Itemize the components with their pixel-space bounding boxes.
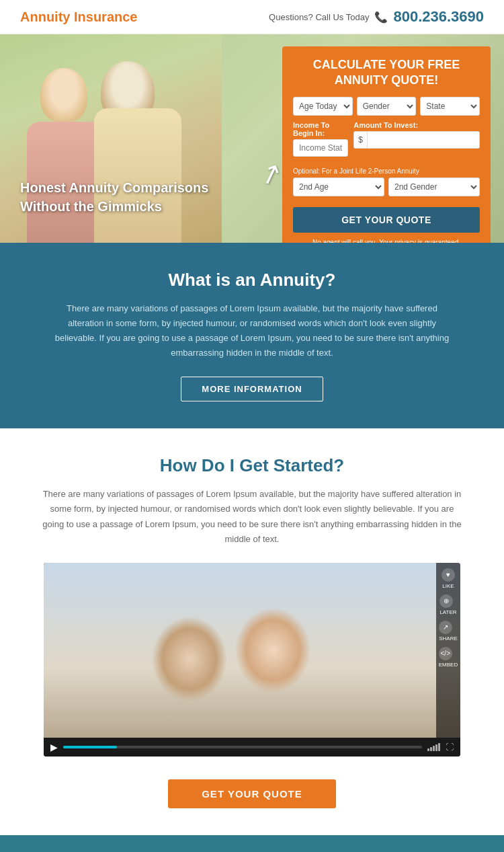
- embed-icon: </>: [439, 647, 452, 660]
- vol-bar-2: [430, 747, 432, 751]
- optional-section: Optional: For a Joint Life 2-Person Annu…: [293, 167, 480, 196]
- gender2-select[interactable]: 2nd Gender: [388, 178, 480, 196]
- logo[interactable]: Annuity Insurance: [20, 9, 137, 25]
- hero-tagline: Honest Annuity Comparisons Without the G…: [20, 178, 208, 216]
- site-header: Annuity Insurance Questions? Call Us Tod…: [0, 0, 504, 34]
- volume-bars: [427, 743, 440, 751]
- like-icon: ♥: [442, 568, 455, 582]
- video-sidebar: ♥ LIKE ⊕ LATER ↗ SHARE </> EMBED: [436, 563, 460, 738]
- fullscreen-button[interactable]: ⛶: [446, 742, 454, 752]
- logo-accent: Insurance: [74, 9, 137, 24]
- logo-text: Annuity: [20, 9, 70, 24]
- invest-section: Amount To Invest: $: [353, 121, 480, 157]
- like-button[interactable]: ♥ LIKE: [442, 568, 455, 589]
- progress-bar[interactable]: [63, 746, 422, 748]
- video-thumbnail: ♥ LIKE ⊕ LATER ↗ SHARE </> EMBED: [44, 563, 460, 738]
- income-input[interactable]: [293, 139, 348, 157]
- vol-bar-3: [433, 746, 435, 751]
- age2-select[interactable]: 2nd Age: [293, 178, 384, 196]
- share-icon: ↗: [439, 621, 452, 634]
- annuity-info-section: What is an Annuity? There are many varia…: [0, 243, 504, 428]
- share-button[interactable]: ↗ SHARE: [439, 621, 458, 642]
- quote-row-demographics: Age Today Gender State: [293, 97, 480, 116]
- invest-input-row: $: [353, 131, 480, 149]
- later-icon: ⊕: [439, 594, 453, 608]
- vol-bar-5: [438, 743, 440, 751]
- phone-icon: 📞: [374, 11, 388, 24]
- hero-section: Honest Annuity Comparisons Without the G…: [0, 34, 504, 243]
- vol-bar-1: [427, 748, 429, 751]
- quote-form: CALCULATE YOUR FREE ANNUITY QUOTE! Age T…: [282, 46, 491, 243]
- video-player[interactable]: ♥ LIKE ⊕ LATER ↗ SHARE </> EMBED ▶: [44, 563, 460, 757]
- quote-row-income: Income To Begin In: Amount To Invest: $: [293, 121, 480, 162]
- video-controls: ▶ ⛶: [44, 738, 460, 757]
- invest-label: Amount To Invest:: [353, 121, 480, 129]
- progress-fill: [63, 746, 117, 748]
- video-couple-image: [44, 563, 460, 738]
- started-heading: How Do I Get Started?: [40, 455, 464, 476]
- play-button[interactable]: ▶: [50, 742, 58, 752]
- invest-input[interactable]: [367, 131, 480, 149]
- annuity-heading: What is an Annuity?: [54, 270, 450, 291]
- embed-button[interactable]: </> EMBED: [439, 647, 458, 668]
- state-select[interactable]: State: [420, 97, 480, 116]
- get-quote-button[interactable]: GET YOUR QUOTE: [293, 207, 480, 233]
- annuity-body: There are many variations of passages of…: [54, 301, 450, 360]
- started-body: There are many variations of passages of…: [40, 487, 464, 546]
- hero-line1: Honest Annuity Comparisons: [20, 178, 208, 197]
- optional-label: Optional: For a Joint Life 2-Person Annu…: [293, 167, 480, 175]
- get-started-section: How Do I Get Started? There are many var…: [0, 428, 504, 835]
- dollar-sign: $: [353, 131, 367, 149]
- header-phone[interactable]: 800.236.3690: [393, 8, 484, 26]
- testimonials-section: ““ It is long established fact that read…: [0, 835, 504, 852]
- get-quote-cta-button[interactable]: GET YOUR QUOTE: [168, 779, 336, 808]
- later-button[interactable]: ⊕ LATER: [439, 594, 456, 615]
- income-label: Income To Begin In:: [293, 121, 348, 137]
- age-select[interactable]: Age Today: [293, 97, 353, 116]
- income-section: Income To Begin In:: [293, 121, 348, 157]
- hero-line2: Without the Gimmicks: [20, 197, 208, 216]
- more-info-button[interactable]: MORE INFORMATION: [181, 377, 323, 401]
- header-contact: Questions? Call Us Today 📞 800.236.3690: [269, 8, 484, 26]
- vol-bar-4: [435, 744, 437, 751]
- quote-disclaimer: No agent will call you. Your privacy is …: [293, 238, 480, 243]
- contact-label: Questions? Call Us Today: [269, 12, 369, 22]
- joint-row: 2nd Age 2nd Gender: [293, 178, 480, 196]
- quote-form-title: CALCULATE YOUR FREE ANNUITY QUOTE!: [293, 57, 480, 89]
- gender-select[interactable]: Gender: [357, 97, 417, 116]
